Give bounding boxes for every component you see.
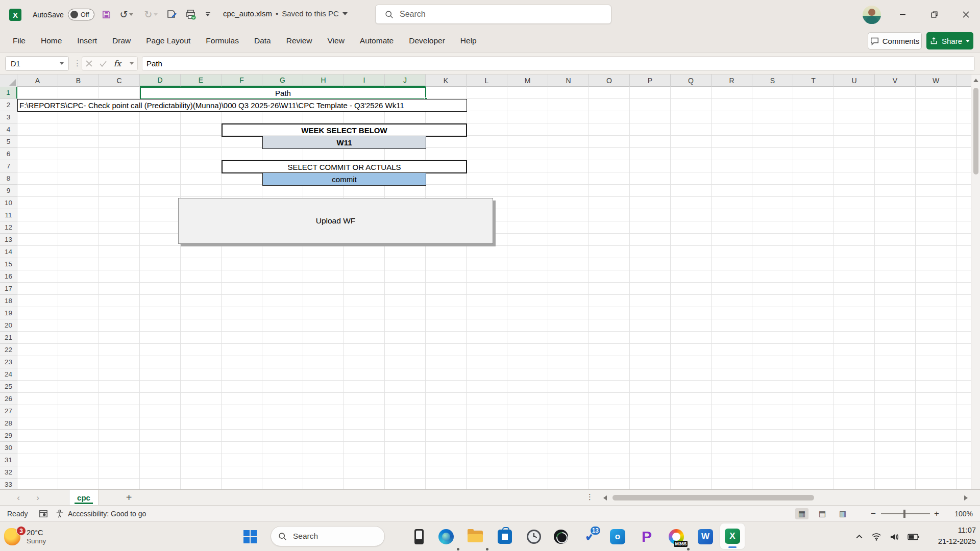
scroll-left-icon[interactable]	[603, 495, 607, 500]
column-header-I[interactable]: I	[344, 74, 385, 87]
horizontal-scrollbar-thumb[interactable]	[612, 495, 814, 500]
column-header-O[interactable]: O	[589, 74, 630, 87]
row-header-20[interactable]: 20	[0, 319, 17, 332]
file-explorer-icon[interactable]	[463, 525, 487, 548]
row-header-17[interactable]: 17	[0, 283, 17, 295]
row-header-18[interactable]: 18	[0, 295, 17, 307]
row-header-28[interactable]: 28	[0, 417, 17, 430]
chevron-down-icon[interactable]	[130, 62, 134, 65]
page-layout-view-button[interactable]: ▤	[816, 508, 829, 519]
document-title[interactable]: cpc_auto.xlsm • Saved to this PC	[223, 9, 348, 18]
qat-customize-button[interactable]	[201, 7, 214, 21]
excel-taskbar-icon[interactable]: X	[720, 523, 745, 549]
enter-icon[interactable]	[100, 61, 107, 67]
column-header-U[interactable]: U	[834, 74, 875, 87]
row-header-25[interactable]: 25	[0, 381, 17, 393]
week-select-label-cell[interactable]: WEEK SELECT BELOW	[222, 123, 467, 137]
loop-app-icon[interactable]: P	[635, 525, 658, 548]
weather-widget[interactable]: 3 20°C Sunny	[4, 525, 96, 548]
sheet-nav-prev-button[interactable]: ‹	[12, 492, 24, 504]
row-header-4[interactable]: 4	[0, 123, 17, 136]
ribbon-tab-data[interactable]: Data	[247, 29, 279, 52]
row-header-27[interactable]: 27	[0, 405, 17, 417]
row-header-11[interactable]: 11	[0, 209, 17, 221]
column-header-G[interactable]: G	[262, 74, 303, 87]
edge-browser-icon[interactable]	[434, 525, 458, 548]
name-box[interactable]: D1	[5, 56, 69, 71]
scroll-right-icon[interactable]	[964, 495, 968, 500]
ribbon-tab-insert[interactable]: Insert	[69, 29, 105, 52]
column-header-L[interactable]: L	[467, 74, 507, 87]
undo-button[interactable]: ↺	[116, 7, 137, 21]
row-header-24[interactable]: 24	[0, 368, 17, 381]
column-header-Q[interactable]: Q	[671, 74, 712, 87]
ribbon-tab-review[interactable]: Review	[279, 29, 320, 52]
search-input[interactable]: Search	[375, 5, 611, 24]
column-header-B[interactable]: B	[58, 74, 99, 87]
volume-icon[interactable]	[890, 533, 899, 541]
row-header-15[interactable]: 15	[0, 258, 17, 270]
column-header-S[interactable]: S	[752, 74, 793, 87]
ribbon-tab-help[interactable]: Help	[453, 29, 484, 52]
row-header-22[interactable]: 22	[0, 344, 17, 356]
battery-icon[interactable]	[908, 534, 919, 540]
restore-button[interactable]	[922, 0, 946, 29]
upload-wf-button[interactable]: Upload WF	[178, 198, 493, 244]
normal-view-button[interactable]: ▦	[795, 508, 808, 519]
wifi-icon[interactable]	[871, 532, 881, 541]
close-button[interactable]	[954, 0, 977, 29]
row-header-19[interactable]: 19	[0, 307, 17, 319]
row-header-12[interactable]: 12	[0, 221, 17, 234]
commit-select-label-cell[interactable]: SELECT COMMIT OR ACTUALS	[222, 160, 467, 173]
microsoft-store-icon[interactable]	[493, 525, 517, 548]
autosave-toggle[interactable]: Off	[68, 9, 94, 20]
ribbon-tab-page-layout[interactable]: Page Layout	[138, 29, 198, 52]
avatar[interactable]	[863, 6, 881, 24]
ribbon-tab-home[interactable]: Home	[33, 29, 69, 52]
column-header-P[interactable]: P	[630, 74, 671, 87]
accessibility-icon[interactable]	[55, 509, 64, 520]
page-break-view-button[interactable]: ▥	[836, 508, 849, 519]
row-header-3[interactable]: 3	[0, 111, 17, 123]
column-header-J[interactable]: J	[385, 74, 426, 87]
commit-value-cell[interactable]: commit	[262, 172, 426, 186]
column-header-M[interactable]: M	[507, 74, 548, 87]
zoom-slider-track[interactable]	[881, 513, 930, 514]
word-icon[interactable]: W	[694, 525, 717, 548]
column-header-N[interactable]: N	[548, 74, 589, 87]
row-header-33[interactable]: 33	[0, 479, 17, 489]
ribbon-tab-developer[interactable]: Developer	[401, 29, 453, 52]
print-button[interactable]	[183, 7, 198, 21]
column-header-H[interactable]: H	[303, 74, 344, 87]
week-value-cell[interactable]: W11	[262, 136, 426, 149]
selected-merged-cell[interactable]: Path	[140, 87, 426, 99]
row-header-5[interactable]: 5	[0, 136, 17, 148]
zoom-in-button[interactable]: +	[934, 509, 939, 519]
row-header-32[interactable]: 32	[0, 466, 17, 479]
minimize-button[interactable]	[891, 0, 914, 29]
row-header-23[interactable]: 23	[0, 356, 17, 368]
row-header-31[interactable]: 31	[0, 454, 17, 466]
zoom-level[interactable]: 100%	[947, 510, 973, 518]
row-header-16[interactable]: 16	[0, 270, 17, 283]
hidden-icons-chevron[interactable]	[855, 533, 863, 541]
vertical-scrollbar[interactable]	[971, 74, 980, 489]
row-header-14[interactable]: 14	[0, 246, 17, 258]
cancel-icon[interactable]	[86, 60, 92, 67]
column-header-K[interactable]: K	[426, 74, 467, 87]
start-button[interactable]	[238, 525, 262, 548]
ribbon-tab-draw[interactable]: Draw	[105, 29, 138, 52]
sheet-tab-cpc[interactable]: cpc	[69, 490, 99, 505]
column-header-W[interactable]: W	[916, 74, 957, 87]
insert-function-button[interactable]: fx	[113, 59, 121, 68]
ribbon-tab-formulas[interactable]: Formulas	[198, 29, 247, 52]
comments-button[interactable]: Comments	[868, 32, 922, 49]
file-path-cell[interactable]: F:\REPORTS\CPC- Check point call (Predic…	[17, 99, 467, 112]
save-as-button[interactable]	[164, 7, 180, 21]
more-options-icon[interactable]: ⋮	[586, 492, 594, 502]
redo-button[interactable]: ↻	[141, 7, 161, 21]
chevron-down-icon[interactable]	[60, 62, 64, 65]
column-header-D[interactable]: D	[140, 74, 181, 87]
save-button[interactable]	[99, 7, 114, 21]
ribbon-tab-automate[interactable]: Automate	[352, 29, 401, 52]
